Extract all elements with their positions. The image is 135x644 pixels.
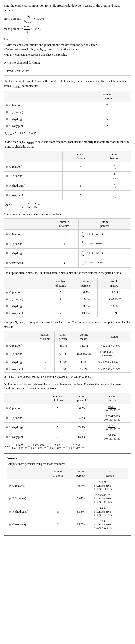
table-row: O (oxygen) 2 13.3% 31.998140.113403163 — [4, 432, 131, 442]
element-carbon: C (carbon) — [4, 162, 63, 171]
element-oxygen: O (oxygen) — [4, 432, 45, 442]
table-row: C (carbon) 7 715 × 100% = 46.7% — [4, 230, 131, 239]
atom-percent-formula: atom percent = NiNatoms × 100% — [4, 14, 131, 24]
element-hydrogen: H (hydrogen) — [7, 505, 46, 518]
element-hydrogen: H (hydrogen) — [4, 423, 45, 432]
element-hydrogen: H (hydrogen) — [4, 359, 35, 366]
table-row: H (hydrogen) 5 33.3% 1.008 5 × 1.008 = 5… — [4, 359, 131, 366]
element-fluorine: F (fluorine) — [4, 109, 83, 116]
element-carbon: C (carbon) — [4, 404, 45, 413]
table1-caption: Use the chemical formula to count the nu… — [4, 79, 131, 89]
element-fluorine: F (fluorine) — [4, 349, 35, 359]
element-fluorine: F (fluorine) — [7, 492, 46, 505]
table-row: O (oxygen) 2 13.3% 15.999 2 × 15.999 = 3… — [4, 366, 131, 372]
table-row: F (fluorine) 1 115 × 100% = 6.67% — [4, 239, 131, 248]
element-fluorine: F (fluorine) — [4, 413, 45, 423]
element-oxygen: O (oxygen) — [7, 518, 46, 531]
table-row: H (hydrogen) 5 515 × 100% = 33.3% — [4, 248, 131, 258]
plan-header: Plan: — [4, 37, 131, 42]
table-row: C (carbon) 7 46.7% 12.011 — [4, 289, 131, 296]
col-element — [4, 91, 83, 102]
atom-percent-table: numberof atoms atompercent C (carbon) 7 … — [4, 218, 131, 268]
answer-caption: Compute mass percents using the mass fra… — [7, 462, 128, 466]
natoms-total: Natoms = 7 + 1 + 5 + 2 = 15 — [4, 132, 131, 136]
col-num-atoms: numberof atoms — [46, 468, 70, 480]
element-oxygen: O (oxygen) — [4, 258, 50, 268]
page-header: Find the elemental composition for 5–flu… — [4, 4, 131, 34]
table4-caption: Look up the atomic mass, mi, in unified … — [4, 271, 131, 276]
table1-section: Use the chemical formula to count the nu… — [4, 79, 131, 136]
col-atom-percent: atompercent — [78, 218, 131, 230]
table3-caption: Compute atom percents using the atom fra… — [4, 212, 131, 216]
element-hydrogen: H (hydrogen) — [4, 248, 50, 258]
element-hydrogen: H (hydrogen) — [4, 116, 83, 122]
mass-percent-answer-table: numberof atoms atompercent masspercent C… — [7, 468, 128, 531]
table-row: C (carbon) 7 46.7% 12.011 7 × 12.011 = 8… — [4, 342, 131, 349]
element-carbon: C (carbon) — [4, 289, 47, 296]
col-mass-fraction: massfraction — [93, 393, 131, 404]
mass-fraction-table: numberof atoms atompercent massfraction … — [4, 392, 131, 442]
table-row: O (oxygen) 2 — [4, 122, 131, 130]
element-hydrogen: H (hydrogen) — [4, 181, 63, 190]
table-row: C (carbon) 7 46.7% 84.077140.113403163× … — [7, 479, 128, 492]
table5-caption: Multiply Ni by mi to compute the mass fo… — [4, 320, 131, 329]
col-element — [4, 218, 50, 230]
table-row: H (hydrogen) 5 33.3% 5.040140.113403163 — [4, 423, 131, 432]
table5-section: Multiply Ni by mi to compute the mass fo… — [4, 320, 131, 379]
page-title: Find the elemental composition for 5–flu… — [4, 4, 131, 12]
table6-section: Divide the mass for each element by m to… — [4, 382, 131, 450]
col-num-atoms: numberof atoms — [62, 151, 98, 162]
col-element — [4, 278, 47, 289]
plan-item-2: • Determine values for Ni, mi, Natoms an… — [4, 47, 131, 52]
element-carbon: C (carbon) — [7, 479, 46, 492]
col-element — [4, 393, 45, 404]
col-element — [7, 468, 46, 480]
table-row: H (hydrogen) 5 33.3% 5.040140.113403163×… — [7, 505, 128, 518]
col-atom-fraction: atomfraction — [98, 151, 131, 162]
col-element — [4, 151, 63, 162]
element-carbon: C (carbon) — [4, 342, 35, 349]
element-oxygen: O (oxygen) — [4, 366, 35, 372]
element-hydrogen: H (hydrogen) — [4, 303, 47, 310]
table3-section: Compute atom percents using the atom fra… — [4, 212, 131, 268]
table-row: F (fluorine) 1 — [4, 109, 131, 116]
table-row: C (carbon) 7 — [4, 102, 131, 109]
col-num-atoms: numberof atoms — [83, 91, 131, 102]
check-mass-fractions: Check: 84.077140.113403163 + 18.99840316… — [4, 444, 131, 450]
table-row: F (fluorine) 1 115 — [4, 172, 131, 181]
table-row: O (oxygen) 2 13.3% 31.998140.113403163× … — [7, 518, 128, 531]
table4-section: Look up the atomic mass, mi, in unified … — [4, 271, 131, 316]
col-num-atoms: numberof atoms — [45, 393, 70, 404]
table-row: F (fluorine) 1 6.67% 18.998403163 1 × 18… — [4, 349, 131, 359]
col-atom-percent: atompercent — [70, 393, 93, 404]
table-row: H (hydrogen) 5 33.3% 1.008 — [4, 303, 131, 310]
col-atomic-mass: atomicmass/u — [97, 278, 131, 289]
element-fluorine: F (fluorine) — [4, 172, 63, 181]
col-mass: mass/u — [96, 331, 131, 342]
mass-percent-formula: mass percent = nimim × 100% — [4, 24, 131, 34]
formula-section: Write the chemical formula: FC₆H₃(OH)CHO — [4, 60, 131, 76]
col-atomic-mass: atomicmass/u — [72, 331, 96, 342]
element-fluorine: F (fluorine) — [4, 239, 50, 248]
col-mass-percent: masspercent — [92, 468, 128, 480]
table2-caption: Divide each Ni by Natoms to calculate at… — [4, 140, 131, 149]
table-row: O (oxygen) 2 13.3% 15.999 — [4, 310, 131, 316]
table6-caption: Divide the mass for each element by m to… — [4, 382, 131, 391]
col-num-atoms: numberof atoms — [50, 218, 78, 230]
table-row: C (carbon) 7 46.7% 84.077140.113403163 — [4, 404, 131, 413]
plan-item-3: • Finally, compute the percents and chec… — [4, 53, 131, 57]
answer-label: Answer: — [7, 456, 128, 460]
table-row: F (fluorine) 1 6.67% 18.998403163140.113… — [7, 492, 128, 505]
mol-mass-result: m = 84.077 u + 18.998403163 u + 5.040 u … — [4, 375, 131, 379]
table-row: F (fluorine) 1 6.67% 18.998403163 — [4, 296, 131, 303]
answer-section: Answer: Compute mass percents using the … — [4, 454, 131, 536]
table-row: O (oxygen) 2 215 — [4, 190, 131, 200]
plan-section: Plan: • Write the chemical formula and g… — [4, 37, 131, 57]
element-oxygen: O (oxygen) — [4, 122, 83, 130]
col-atom-percent: atompercent — [70, 468, 92, 480]
table-row: C (carbon) 7 715 — [4, 162, 131, 171]
atom-fraction-table: numberof atoms atomfraction C (carbon) 7… — [4, 151, 131, 200]
table-row: O (oxygen) 2 215 × 100% = 13.3% — [4, 258, 131, 268]
atomic-mass-table: numberof atoms atompercent atomicmass/u … — [4, 278, 131, 317]
element-carbon: C (carbon) — [4, 230, 50, 239]
